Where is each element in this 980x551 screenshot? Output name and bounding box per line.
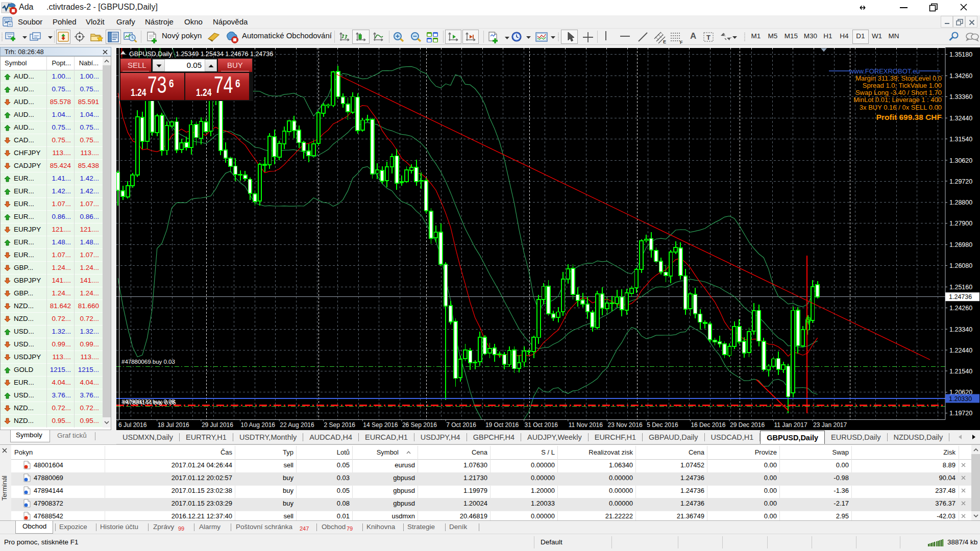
svg-text:E: E	[663, 39, 666, 44]
svg-text:11 Jan 2017: 11 Jan 2017	[774, 421, 807, 429]
svg-text:1.27900: 1.27900	[949, 220, 972, 227]
svg-text:26 Sep 2016: 26 Sep 2016	[402, 421, 437, 429]
svg-text:5 Dec 2016: 5 Dec 2016	[647, 421, 678, 429]
svg-text:19 Oct 2016: 19 Oct 2016	[485, 421, 519, 429]
svg-text:2 Sep 2016: 2 Sep 2016	[324, 421, 356, 429]
svg-text:22 Aug 2016: 22 Aug 2016	[280, 421, 314, 429]
svg-text:16 Dec 2016: 16 Dec 2016	[691, 421, 725, 429]
svg-text:1.34260: 1.34260	[949, 72, 972, 80]
svg-text:MinLot 0.01; Leverage 1 : 400: MinLot 0.01; Leverage 1 : 400	[853, 96, 942, 104]
svg-text:1.26980: 1.26980	[949, 241, 972, 248]
svg-text:Spread 1.0; TickValue 1.00: Spread 1.0; TickValue 1.00	[863, 82, 942, 89]
svg-text:6 Jul 2016: 6 Jul 2016	[118, 421, 147, 429]
svg-text:1.29720: 1.29720	[949, 178, 972, 185]
svg-text:Swap Long -3.40 / Short 1.70: Swap Long -3.40 / Short 1.70	[855, 89, 942, 96]
svg-text:1.21540: 1.21540	[949, 368, 972, 375]
svg-text:1.25160: 1.25160	[949, 284, 972, 291]
svg-text:3x BUY 0.16 / 0x SELL 0.00: 3x BUY 0.16 / 0x SELL 0.00	[860, 104, 942, 111]
svg-text:Margin 311.39; StopLevel 0.0: Margin 311.39; StopLevel 0.0	[855, 74, 942, 82]
svg-text:1.35180: 1.35180	[949, 51, 972, 58]
svg-text:1.24736: 1.24736	[949, 293, 972, 300]
svg-text:1.33360: 1.33360	[949, 93, 972, 101]
svg-text:1.32440: 1.32440	[949, 115, 972, 122]
svg-text:1.31540: 1.31540	[949, 136, 972, 143]
svg-text:#47880069 buy 0.03: #47880069 buy 0.03	[121, 359, 175, 365]
svg-text:23 Jan 2017: 23 Jan 2017	[813, 421, 847, 429]
svg-text:11 Nov 2016: 11 Nov 2016	[569, 421, 603, 429]
svg-text:1.28800: 1.28800	[949, 199, 972, 206]
svg-text:29 Dec 2016: 29 Dec 2016	[730, 421, 765, 429]
svg-text:1.20330: 1.20330	[949, 395, 972, 403]
svg-text:7 Oct 2016: 7 Oct 2016	[446, 421, 476, 429]
svg-text:1.30620: 1.30620	[949, 157, 972, 164]
svg-text:1.23340: 1.23340	[949, 326, 972, 333]
svg-text:1.22440: 1.22440	[949, 347, 972, 354]
svg-text:GBPUSD,Daily 1.25349 1.25434: GBPUSD,Daily 1.25349 1.25434 1.24676 1.2…	[129, 51, 273, 58]
svg-text:1.24260: 1.24260	[949, 305, 972, 312]
svg-text:www.FOREXROBOT.eu: www.FOREXROBOT.eu	[849, 67, 920, 75]
svg-text:14 Sep 2016: 14 Sep 2016	[363, 421, 398, 429]
svg-text:31 Oct 2016: 31 Oct 2016	[525, 421, 558, 429]
svg-text:#47894144 buy 0.05: #47894144 buy 0.05	[122, 399, 176, 406]
svg-text:T: T	[706, 34, 710, 41]
svg-text:23 Nov 2016: 23 Nov 2016	[608, 421, 643, 429]
svg-text:18 Jul 2016: 18 Jul 2016	[158, 421, 189, 429]
svg-text:1.19720: 1.19720	[949, 410, 972, 417]
svg-text:10 Aug 2016: 10 Aug 2016	[241, 421, 276, 429]
svg-text:Profit 699.38 CHF: Profit 699.38 CHF	[876, 113, 942, 121]
svg-text:F: F	[680, 40, 683, 44]
svg-text:29 Jul 2016: 29 Jul 2016	[202, 421, 233, 429]
svg-text:1.26080: 1.26080	[949, 262, 972, 269]
